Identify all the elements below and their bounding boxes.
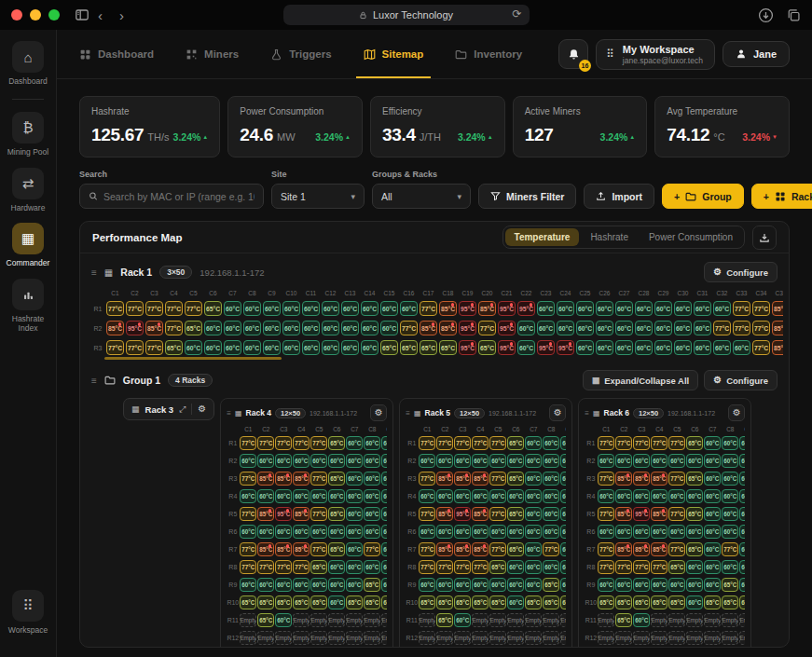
heat-cell[interactable]: 77°C bbox=[478, 321, 496, 335]
heat-cell[interactable]: 77°C bbox=[275, 436, 292, 450]
heat-cell[interactable]: 60°C bbox=[739, 436, 745, 450]
heat-cell[interactable]: 60°C bbox=[361, 301, 378, 316]
heat-cell[interactable]: 60°C bbox=[328, 525, 345, 539]
heat-cell[interactable]: Empty bbox=[598, 631, 614, 645]
heat-cell[interactable]: 65°C bbox=[560, 595, 566, 609]
heat-cell[interactable]: 60°C bbox=[346, 525, 363, 539]
sidebar-item-hardware[interactable]: ⇄Hardware bbox=[0, 168, 56, 213]
sidebar-item-commander[interactable]: ▦Commander bbox=[0, 223, 56, 268]
heat-cell[interactable]: 65°C bbox=[328, 472, 345, 486]
heat-cell[interactable]: 60°C bbox=[633, 578, 650, 592]
heat-cell[interactable]: 60°C bbox=[185, 340, 202, 355]
heat-cell[interactable]: 60°C bbox=[598, 525, 614, 539]
heat-cell[interactable]: 85°C bbox=[615, 542, 632, 556]
heat-cell[interactable]: Empty bbox=[722, 631, 738, 645]
heat-cell[interactable]: 60°C bbox=[525, 507, 542, 521]
collapsed-rack3-chip[interactable]: ▦ Rack 3 ⤢ ⚙ bbox=[123, 398, 214, 420]
heat-cell[interactable]: 65°C bbox=[257, 613, 274, 627]
heat-cell[interactable]: Empty bbox=[454, 631, 471, 645]
heat-cell[interactable]: 60°C bbox=[686, 489, 703, 503]
heat-cell[interactable]: 77°C bbox=[722, 542, 738, 556]
heat-cell[interactable]: 77°C bbox=[733, 321, 750, 335]
heat-cell[interactable]: 65°C bbox=[507, 542, 524, 556]
heat-cell[interactable]: 60°C bbox=[293, 525, 310, 539]
heat-cell[interactable]: 77°C bbox=[106, 301, 124, 316]
heat-cell[interactable]: Empty bbox=[472, 613, 489, 627]
heat-cell[interactable]: 65°C bbox=[436, 595, 453, 609]
sidebar-item-hashrate-index[interactable]: Hashrate Index bbox=[0, 279, 56, 334]
heat-cell[interactable]: 77°C bbox=[400, 321, 418, 335]
heat-cell[interactable]: 85°C bbox=[615, 507, 632, 521]
gear-icon[interactable]: ⚙ bbox=[198, 404, 206, 414]
heat-cell[interactable]: 60°C bbox=[739, 472, 745, 486]
heat-cell[interactable]: 60°C bbox=[263, 321, 281, 335]
heat-cell[interactable]: 60°C bbox=[472, 454, 489, 468]
map-mode-temperature[interactable]: Temperature bbox=[505, 228, 580, 246]
heat-cell[interactable]: 65°C bbox=[165, 340, 183, 355]
heat-cell[interactable]: Empty bbox=[598, 613, 614, 627]
heat-cell[interactable]: 77°C bbox=[752, 340, 770, 355]
heat-cell[interactable]: 95°C bbox=[517, 301, 535, 316]
heat-cell[interactable]: 77°C bbox=[419, 542, 435, 556]
heat-cell[interactable]: 60°C bbox=[722, 472, 738, 486]
heat-cell[interactable]: 60°C bbox=[436, 454, 453, 468]
add-group-button[interactable]: + Group bbox=[662, 184, 744, 209]
heat-cell[interactable]: 65°C bbox=[722, 595, 738, 609]
heat-cell[interactable]: 85°C bbox=[420, 321, 437, 335]
heat-cell[interactable]: 65°C bbox=[668, 595, 685, 609]
heat-cell[interactable]: 60°C bbox=[525, 525, 542, 539]
heat-cell[interactable]: 60°C bbox=[328, 489, 345, 503]
heat-cell[interactable]: 60°C bbox=[543, 525, 559, 539]
heat-cell[interactable]: Empty bbox=[739, 613, 745, 627]
heat-cell[interactable]: 60°C bbox=[576, 340, 594, 355]
heat-cell[interactable]: 77°C bbox=[165, 301, 183, 316]
heat-cell[interactable]: 60°C bbox=[472, 578, 489, 592]
heat-cell[interactable]: 60°C bbox=[257, 525, 274, 539]
downloads-icon[interactable] bbox=[758, 7, 774, 23]
heat-cell[interactable]: 60°C bbox=[472, 525, 489, 539]
heat-cell[interactable]: Empty bbox=[543, 631, 559, 645]
heat-cell[interactable]: 60°C bbox=[310, 454, 327, 468]
heat-cell[interactable]: Empty bbox=[381, 613, 387, 627]
heat-cell[interactable]: 77°C bbox=[126, 340, 144, 355]
heat-cell[interactable]: 65°C bbox=[651, 595, 667, 609]
heat-cell[interactable]: 95°C bbox=[459, 301, 476, 316]
heat-cell[interactable]: 60°C bbox=[224, 321, 241, 335]
heat-cell[interactable]: 60°C bbox=[275, 578, 292, 592]
heat-cell[interactable]: 60°C bbox=[257, 454, 274, 468]
heat-cell[interactable]: 60°C bbox=[615, 301, 633, 316]
heat-cell[interactable]: 65°C bbox=[507, 436, 524, 450]
heat-cell[interactable]: 65°C bbox=[489, 595, 506, 609]
heat-cell[interactable]: Empty bbox=[257, 631, 274, 645]
heat-cell[interactable]: 60°C bbox=[436, 489, 453, 503]
heat-cell[interactable]: 85°C bbox=[651, 472, 667, 486]
heat-cell[interactable]: Empty bbox=[525, 631, 542, 645]
heat-cell[interactable]: 60°C bbox=[598, 454, 614, 468]
heat-cell[interactable]: 60°C bbox=[275, 454, 292, 468]
heat-cell[interactable]: 85°C bbox=[275, 542, 292, 556]
heat-cell[interactable]: 85°C bbox=[439, 301, 457, 316]
heat-cell[interactable]: 65°C bbox=[419, 595, 435, 609]
heat-cell[interactable]: Empty bbox=[668, 631, 685, 645]
heat-cell[interactable]: 85°C bbox=[439, 321, 457, 335]
heat-cell[interactable]: 60°C bbox=[674, 340, 692, 355]
heat-cell[interactable]: 60°C bbox=[310, 525, 327, 539]
heat-cell[interactable]: 60°C bbox=[576, 321, 594, 335]
heat-cell[interactable]: 60°C bbox=[722, 560, 738, 574]
heat-cell[interactable]: 60°C bbox=[543, 436, 559, 450]
heat-cell[interactable]: Empty bbox=[240, 613, 256, 627]
heat-cell[interactable]: 85°C bbox=[454, 542, 471, 556]
heat-cell[interactable]: 60°C bbox=[364, 525, 380, 539]
heat-cell[interactable]: 60°C bbox=[364, 436, 380, 450]
heat-cell[interactable]: 65°C bbox=[204, 301, 222, 316]
heat-cell[interactable]: 85°C bbox=[293, 472, 310, 486]
tabs-overview-icon[interactable] bbox=[787, 8, 801, 22]
heat-cell[interactable]: 77°C bbox=[293, 436, 310, 450]
heat-cell[interactable]: 60°C bbox=[722, 489, 738, 503]
heat-cell[interactable]: 60°C bbox=[704, 454, 721, 468]
heat-cell[interactable]: 95°C bbox=[126, 321, 144, 335]
heat-cell[interactable]: 65°C bbox=[310, 595, 327, 609]
workspace-switcher-button[interactable]: ⠿ My Workspace jane.space@luxor.tech bbox=[596, 39, 715, 70]
heat-cell[interactable]: 77°C bbox=[126, 301, 144, 316]
heat-cell[interactable]: 60°C bbox=[615, 340, 633, 355]
